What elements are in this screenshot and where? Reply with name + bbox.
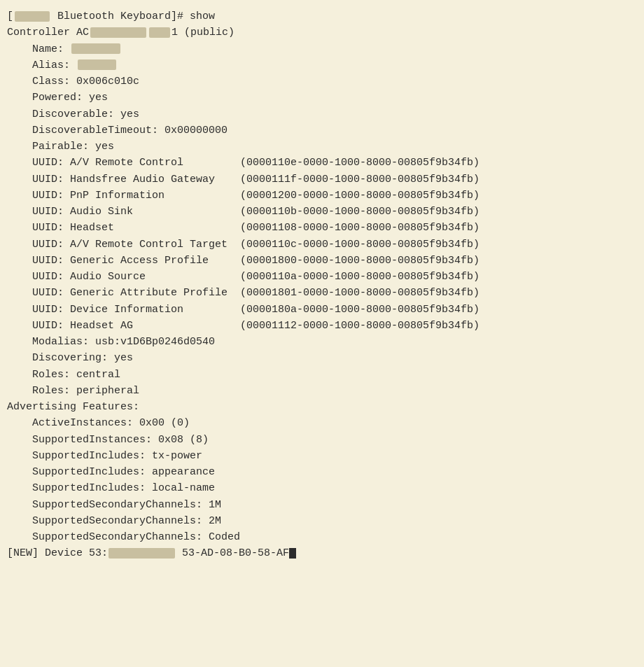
advertising-header: Advertising Features: (7, 399, 637, 415)
uuid-audio-sink: UUID: Audio Sink (0000110b-0000-1000-800… (7, 204, 637, 220)
discoverable-timeout-line: DiscoverableTimeout: 0x00000000 (7, 122, 637, 139)
powered-line: Powered: yes (7, 90, 637, 106)
roles-peripheral-line: Roles: peripheral (7, 383, 637, 399)
supported-includes-localname-line: SupportedIncludes: local-name (7, 480, 637, 496)
name-line: Name: (7, 41, 637, 57)
alias-line: Alias: (7, 57, 637, 73)
pairable-line: Pairable: yes (7, 139, 637, 155)
uuid-audio-source: UUID: Audio Source (0000110a-0000-1000-8… (7, 269, 637, 285)
prompt-line: [ Bluetooth Keyboard]# show (7, 8, 637, 24)
supported-instances-line: SupportedInstances: 0x08 (8) (7, 432, 637, 448)
supported-includes-appearance-line: SupportedIncludes: appearance (7, 464, 637, 480)
uuid-device-info: UUID: Device Information (0000180a-0000-… (7, 302, 637, 318)
controller-line: Controller AC 1 (public) (7, 24, 637, 41)
terminal-output: [ Bluetooth Keyboard]# show Controller A… (7, 6, 637, 667)
roles-central-line: Roles: central (7, 367, 637, 383)
class-line: Class: 0x006c010c (7, 73, 637, 90)
uuid-generic-attribute: UUID: Generic Attribute Profile (0000180… (7, 285, 637, 301)
supported-includes-txpower-line: SupportedIncludes: tx-power (7, 448, 637, 464)
uuid-handsfree: UUID: Handsfree Audio Gateway (0000111f-… (7, 171, 637, 188)
uuid-headset-ag: UUID: Headset AG (00001112-0000-1000-800… (7, 318, 637, 334)
new-device-line: [NEW] Device 53: 53-AD-08-B0-58-AF (7, 545, 637, 561)
uuid-av-remote-target: UUID: A/V Remote Control Target (0000110… (7, 237, 637, 253)
supported-secondary-2m-line: SupportedSecondaryChannels: 2M (7, 513, 637, 529)
discoverable-line: Discoverable: yes (7, 106, 637, 122)
active-instances-line: ActiveInstances: 0x00 (0) (7, 415, 637, 431)
modalias-line: Modalias: usb:v1D6Bp0246d0540 (7, 334, 637, 350)
discovering-line: Discovering: yes (7, 350, 637, 366)
uuid-headset: UUID: Headset (00001108-0000-1000-8000-0… (7, 220, 637, 236)
supported-secondary-1m-line: SupportedSecondaryChannels: 1M (7, 497, 637, 513)
supported-secondary-coded-line: SupportedSecondaryChannels: Coded (7, 529, 637, 545)
uuid-av-remote: UUID: A/V Remote Control (0000110e-0000-… (7, 155, 637, 171)
uuid-pnp: UUID: PnP Information (00001200-0000-100… (7, 188, 637, 204)
uuid-generic-access: UUID: Generic Access Profile (00001800-0… (7, 253, 637, 269)
